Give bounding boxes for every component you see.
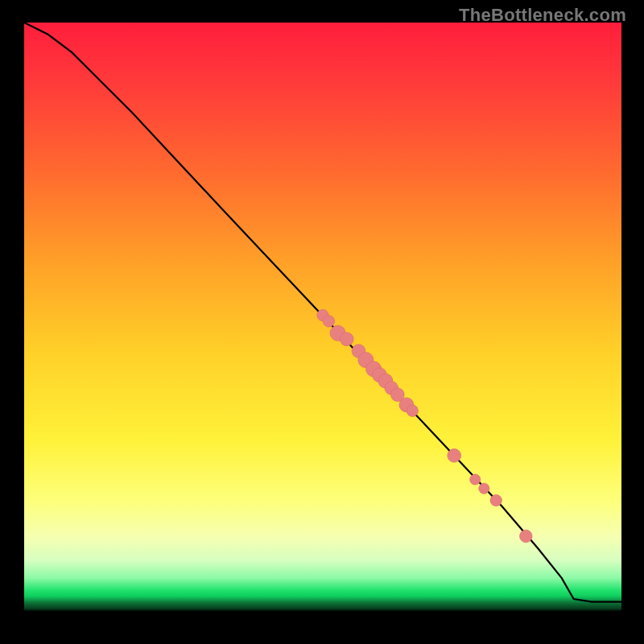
single-c-4	[490, 494, 502, 506]
chart-stage: TheBottleneck.com	[0, 0, 644, 644]
cluster-b-9	[407, 405, 418, 416]
single-c-2	[470, 474, 481, 485]
single-c-3	[479, 483, 489, 493]
data-points	[317, 309, 532, 542]
single-c-1	[448, 449, 461, 463]
single-d-1	[520, 530, 533, 543]
plot-svg	[0, 0, 644, 644]
cluster-a-2	[323, 316, 334, 327]
cluster-a-4	[340, 332, 353, 346]
